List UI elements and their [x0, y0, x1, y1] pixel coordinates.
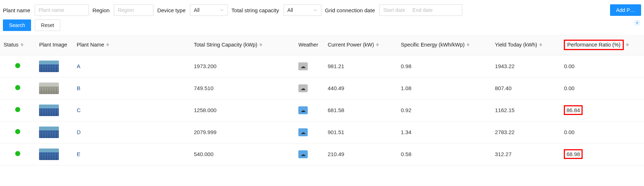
cell-capacity: 2079.999 — [190, 121, 295, 143]
cloud-sun-icon: ☁ — [298, 128, 308, 136]
grid-connection-date-label: Grid connection date — [325, 7, 375, 13]
plant-thumbnail[interactable] — [39, 83, 59, 94]
total-string-capacity-value: All — [288, 7, 293, 13]
cell-capacity: 540.000 — [190, 143, 295, 165]
status-dot — [15, 63, 20, 68]
sort-icon — [539, 43, 542, 46]
cell-yield-today: 2783.22 — [491, 121, 560, 143]
action-bar: Search Reset — [0, 18, 644, 35]
cell-specific-energy: 0.58 — [397, 143, 492, 165]
chevron-down-icon — [313, 8, 317, 12]
svg-point-0 — [636, 22, 638, 24]
region-input[interactable] — [114, 4, 154, 16]
status-dot — [15, 107, 20, 112]
table-row: C1258.000☁681.580.921162.1586.84 — [0, 99, 644, 121]
col-total-string-capacity[interactable]: Total String Capacity (kWp) — [190, 35, 295, 55]
cell-current-power: 681.58 — [324, 99, 397, 121]
cell-current-power: 981.21 — [324, 55, 397, 77]
status-dot — [15, 151, 20, 156]
cell-performance-ratio: 0.00 — [560, 77, 644, 99]
plant-thumbnail[interactable] — [39, 149, 59, 160]
cell-specific-energy: 1.34 — [397, 121, 492, 143]
device-type-label: Device type — [157, 7, 185, 13]
table-header-row: Status Plant Image Plant Name — [0, 35, 644, 55]
cell-specific-energy: 0.98 — [397, 55, 492, 77]
plant-name-link[interactable]: C — [77, 107, 81, 113]
cell-capacity: 1258.000 — [190, 99, 295, 121]
cloud-sun-icon: ☁ — [298, 150, 308, 158]
sort-icon — [376, 43, 379, 46]
sort-icon — [21, 43, 23, 46]
reset-button[interactable]: Reset — [35, 19, 60, 31]
add-plant-button[interactable]: Add P… — [610, 4, 641, 16]
plant-thumbnail[interactable] — [39, 61, 59, 72]
plant-name-link[interactable]: B — [77, 85, 81, 91]
chevron-down-icon — [220, 8, 224, 12]
col-performance-ratio[interactable]: Performance Ratio (%) — [560, 35, 644, 55]
cell-performance-ratio: 0.00 — [560, 55, 644, 77]
end-date-placeholder: End date — [412, 7, 433, 13]
plant-name-link[interactable]: A — [77, 63, 81, 69]
table-row: D2079.999☁901.511.342783.220.00 — [0, 121, 644, 143]
highlight-box: 68.98 — [564, 149, 583, 159]
search-button[interactable]: Search — [3, 19, 31, 31]
cell-capacity: 1973.200 — [190, 55, 295, 77]
col-weather: Weather — [295, 35, 324, 55]
sort-icon — [626, 43, 629, 46]
cell-specific-energy: 1.08 — [397, 77, 492, 99]
cell-current-power: 440.49 — [324, 77, 397, 99]
col-status[interactable]: Status — [0, 35, 35, 55]
highlight-box: 86.84 — [564, 105, 583, 115]
col-yield-today[interactable]: Yield Today (kWh) — [491, 35, 560, 55]
sort-icon — [106, 43, 109, 46]
cell-yield-today: 1943.22 — [491, 55, 560, 77]
plant-name-link[interactable]: E — [77, 151, 81, 157]
plant-thumbnail[interactable] — [39, 105, 59, 116]
region-label: Region — [92, 7, 110, 13]
cell-yield-today: 807.40 — [491, 77, 560, 99]
cell-performance-ratio: 86.84 — [560, 99, 644, 121]
col-specific-energy[interactable]: Specific Energy (kWh/kWp) — [397, 35, 492, 55]
cloud-rain-icon: ☁ — [298, 84, 308, 92]
filter-bar: Plant name Region Device type All Total … — [0, 0, 644, 18]
total-string-capacity-select[interactable]: All — [284, 4, 321, 16]
plant-name-link[interactable]: D — [77, 129, 81, 135]
plants-table: Status Plant Image Plant Name — [0, 35, 644, 165]
status-dot — [15, 129, 20, 134]
date-range-picker[interactable]: Start date End date — [379, 4, 462, 16]
sort-icon — [467, 43, 470, 46]
table-row: A1973.200☁981.210.981943.220.00 — [0, 55, 644, 77]
cell-yield-today: 1162.15 — [491, 99, 560, 121]
cell-current-power: 210.49 — [324, 143, 397, 165]
table-row: E540.000☁210.490.58312.2768.98 — [0, 143, 644, 165]
col-plant-image: Plant Image — [35, 35, 73, 55]
plant-thumbnail[interactable] — [39, 127, 59, 138]
plant-name-input[interactable] — [35, 4, 89, 16]
cell-yield-today: 312.27 — [491, 143, 560, 165]
col-current-power[interactable]: Current Power (kW) — [324, 35, 397, 55]
device-type-select[interactable]: All — [190, 4, 228, 16]
col-plant-name[interactable]: Plant Name — [73, 35, 190, 55]
cell-capacity: 749.510 — [190, 77, 295, 99]
gear-icon[interactable] — [634, 21, 640, 27]
cloud-sun-icon: ☁ — [298, 106, 308, 114]
cell-performance-ratio: 0.00 — [560, 121, 644, 143]
device-type-value: All — [194, 7, 200, 13]
plant-name-label: Plant name — [3, 7, 30, 13]
cloud-rain-icon: ☁ — [298, 62, 308, 70]
total-string-capacity-label: Total string capacity — [232, 7, 279, 13]
cell-performance-ratio: 68.98 — [560, 143, 644, 165]
sort-icon — [259, 43, 262, 46]
table-row: B749.510☁440.491.08807.400.00 — [0, 77, 644, 99]
cell-specific-energy: 0.92 — [397, 99, 492, 121]
cell-current-power: 901.51 — [324, 121, 397, 143]
start-date-placeholder: Start date — [383, 7, 405, 13]
status-dot — [15, 85, 20, 90]
